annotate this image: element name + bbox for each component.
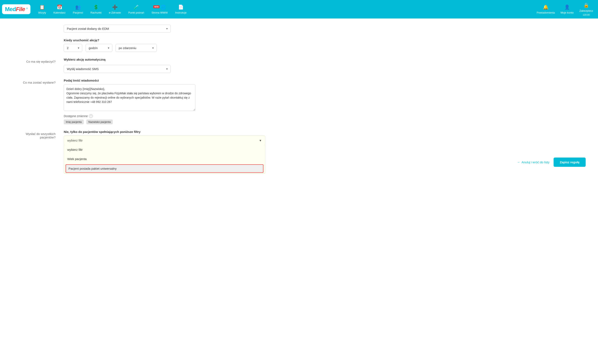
kiedy-unit-wrapper: godzin ▼ [85, 44, 112, 52]
variable-tag-nazwisko[interactable]: Nazwisko pacjenta [86, 120, 113, 124]
kiedy-number-select[interactable]: 2 [64, 44, 82, 52]
wydarzyc-row: Co ma się wydarzyć? Wybierz akcję automa… [12, 58, 586, 73]
nav-powiadomienia-label: Powiadomienia [537, 11, 555, 14]
rachunki-icon: 💲 [93, 5, 99, 10]
wydarzyc-row-label: Co ma się wydarzyć? [12, 58, 64, 63]
nav-zabezpiecz-label: Zabezpiecz [580, 9, 593, 12]
wyslane-section-title: Podaj treść wiadomości [64, 79, 586, 82]
cancel-arrow-icon: ← [517, 161, 520, 164]
nav-wizyty[interactable]: 📋 Wizyty [34, 0, 50, 18]
edm-select[interactable]: Pacjent został dodany do EDM [64, 25, 171, 33]
edm-row-label [12, 25, 64, 27]
kiedy-when-select[interactable]: po zdarzeniu [116, 44, 157, 52]
nav-powiadomienia[interactable]: 🔔 Powiadomienia [534, 0, 558, 18]
nav-instrukcje-label: Instrukcje [175, 11, 187, 14]
wyslane-row-label: Co ma zostać wysłane? [12, 79, 64, 84]
wydarzyc-row-body: Wybierz akcję automatyczną Wyślij wiadom… [64, 58, 586, 73]
nav-items: 📋 Wizyty 📅 Kalendarz 👥 Pacjenci 💲 Rachun… [34, 0, 534, 18]
nav-right: 🔔 Powiadomienia 👤 Moje konto 🔒 Zabezpiec… [534, 0, 596, 18]
help-icon[interactable]: ? [89, 114, 93, 118]
zabezpiecz-time: 120:00 [583, 14, 590, 16]
nav-zabezpiecz[interactable]: 🔒 Zabezpiecz 120:00 [577, 0, 596, 18]
nav-instrukcje[interactable]: 📄 Instrukcje [172, 0, 191, 18]
variables-title: Dostępne zmienne ? [64, 114, 586, 118]
kiedy-section-title: Kiedy uruchomić akcję? [64, 38, 586, 42]
nav-pacjenci-label: Pacjenci [73, 11, 83, 14]
nav-rachunki[interactable]: 💲 Rachunki [87, 0, 105, 18]
filter-option-pakiet[interactable]: Pacjent posiada pakiet uniwersalny [66, 164, 263, 173]
strona-www-icon: 🌐 [160, 5, 166, 10]
filter-dropdown-list: wybierz filtr Wiek pacjenta Pacjent posi… [64, 145, 265, 174]
nav-kalendarz[interactable]: 📅 Kalendarz [50, 0, 69, 18]
edm-select-wrapper: Pacjent został dodany do EDM ▼ [64, 25, 171, 33]
nav-punkt-pobran[interactable]: 🧪 Punkt pobrań [125, 0, 148, 18]
nav-ezdrowie[interactable]: ➕ e-Zdrowie [105, 0, 125, 18]
filter-select-row[interactable]: wybierz filtr ▼ [64, 136, 265, 145]
filter-section-title: Nie, tylko do pacjentów spełniających po… [64, 130, 586, 134]
wyslane-row: Co ma zostać wysłane? Podaj treść wiadom… [12, 79, 586, 124]
kiedy-number-wrapper: 2 ▼ [64, 44, 82, 52]
nav-rachunki-label: Rachunki [91, 11, 102, 14]
filter-dropdown-arrow: ▼ [259, 139, 262, 142]
kalendarz-icon: 📅 [57, 5, 62, 10]
edm-row-body: Pacjent został dodany do EDM ▼ [64, 25, 586, 33]
navigation: MedFile ® 📋 Wizyty 📅 Kalendarz 👥 Pacjenc… [0, 0, 598, 18]
bell-icon: 🔔 [543, 5, 548, 10]
main-content: Pacjent został dodany do EDM ▼ Kiedy uru… [0, 18, 598, 364]
message-textarea[interactable]: Dzień dobry {Imię}{Nazwisko}, Ogromnie c… [64, 84, 195, 111]
wydarzyc-section-title: Wybierz akcję automatyczną [64, 58, 586, 61]
kiedy-row-body: Kiedy uruchomić akcję? 2 ▼ godzin ▼ p [64, 38, 586, 52]
cancel-link[interactable]: ← Anuluj i wróć do listy [517, 161, 549, 164]
filter-select-text: wybierz filtr [67, 139, 83, 142]
user-icon: 👤 [564, 5, 570, 10]
punkt-pobran-icon: 🧪 [133, 5, 139, 10]
ezdrowie-icon: ➕ [112, 5, 118, 10]
wyslane-row-body: Podaj treść wiadomości Dzień dobry {Imię… [64, 79, 586, 124]
cancel-label: Anuluj i wróć do listy [522, 161, 549, 164]
edm-row: Pacjent został dodany do EDM ▼ [12, 25, 586, 33]
logo[interactable]: MedFile ® [2, 4, 30, 14]
nav-pacjenci[interactable]: 👥 Pacjenci [69, 0, 87, 18]
instrukcje-icon: 📄 [178, 5, 184, 10]
nav-strona-www-label: Strona WWW [151, 11, 168, 14]
filter-option-placeholder[interactable]: wybierz filtr [64, 145, 265, 154]
filter-dropdown-container: wybierz filtr ▼ wybierz filtr Wiek pacje… [64, 136, 265, 145]
new-badge: NEW [153, 5, 160, 8]
kiedy-when-wrapper: po zdarzeniu ▼ [116, 44, 157, 52]
logo-text: MedFile ® [5, 6, 28, 13]
pacjenci-icon: 👥 [75, 5, 81, 10]
variable-tag-imie[interactable]: Imię pacjenta [64, 120, 84, 124]
wyslac-do-label: Wysłać do wszystkich pacjentów? [12, 130, 64, 139]
nav-moje-konto[interactable]: 👤 Moje konto [558, 0, 577, 18]
nav-wizyty-label: Wizyty [38, 11, 46, 14]
nav-strona-www[interactable]: NEW 🌐 Strona WWW [148, 0, 172, 18]
wydarzyc-select[interactable]: Wyślij wiadomość SMS [64, 65, 171, 73]
nav-kalendarz-label: Kalendarz [53, 11, 66, 14]
lock-icon: 🔒 [583, 3, 589, 8]
nav-moje-konto-label: Moje konto [561, 11, 574, 14]
nav-ezdrowie-label: e-Zdrowie [109, 11, 121, 14]
wyslac-do-row: Wysłać do wszystkich pacjentów? Nie, tyl… [12, 130, 586, 145]
variables-label: Dostępne zmienne [64, 114, 88, 118]
wyslac-do-body: Nie, tylko do pacjentów spełniających po… [64, 130, 586, 145]
kiedy-row: Kiedy uruchomić akcję? 2 ▼ godzin ▼ p [12, 38, 586, 52]
variables-section: Dostępne zmienne ? Imię pacjenta Nazwisk… [64, 114, 586, 124]
nav-punkt-pobran-label: Punkt pobrań [128, 11, 144, 14]
filter-option-wiek[interactable]: Wiek pacjenta [64, 154, 265, 163]
kiedy-row-label [12, 38, 64, 40]
save-button[interactable]: Zapisz regułę [554, 158, 586, 167]
wydarzyc-select-wrapper: Wyślij wiadomość SMS ▼ [64, 65, 171, 73]
wizyty-icon: 📋 [39, 5, 45, 10]
kiedy-unit-select[interactable]: godzin [85, 44, 112, 52]
